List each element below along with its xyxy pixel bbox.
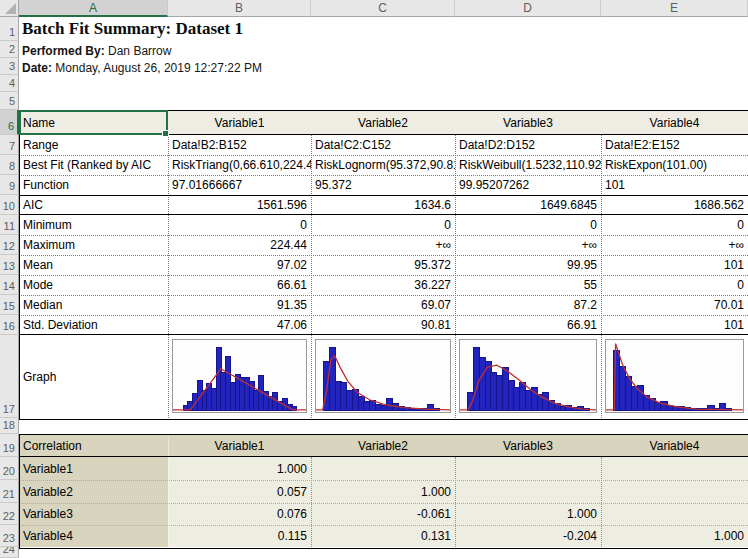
fit-row-label[interactable]: Maximum: [19, 235, 168, 255]
row-header-2[interactable]: 2: [0, 41, 19, 58]
fit-cell[interactable]: RiskTriang(0,66.610,224.44): [168, 155, 311, 175]
graph-row-label[interactable]: Graph: [19, 335, 168, 418]
row-header-12[interactable]: 12: [0, 235, 19, 255]
histogram-chart-variable2[interactable]: [315, 339, 451, 413]
row-header-10[interactable]: 10: [0, 195, 19, 215]
fit-cell[interactable]: 90.81: [311, 315, 455, 335]
fit-cell[interactable]: 99.95207262: [455, 175, 601, 195]
fit-row-label[interactable]: Mode: [19, 275, 168, 295]
row-header-5[interactable]: 5: [0, 92, 19, 110]
fit-row-label[interactable]: AIC: [19, 195, 168, 215]
row-header-19[interactable]: 19: [0, 434, 19, 457]
fit-cell[interactable]: 87.2: [455, 295, 601, 315]
fit-row-label[interactable]: Range: [19, 135, 168, 155]
row-header-20[interactable]: 20: [0, 457, 19, 480]
histogram-chart-variable4[interactable]: [605, 339, 744, 413]
correlation-cell[interactable]: [455, 480, 601, 503]
correlation-cell[interactable]: [601, 457, 748, 480]
column-header-C[interactable]: C: [311, 0, 455, 17]
fit-header-variable1[interactable]: Variable1: [168, 110, 311, 135]
column-header-E[interactable]: E: [601, 0, 748, 17]
fit-cell[interactable]: 36.227: [311, 275, 455, 295]
row-header-4[interactable]: 4: [0, 75, 19, 92]
correlation-cell[interactable]: 0.076: [168, 503, 311, 525]
correlation-row-label[interactable]: Variable1: [19, 457, 168, 480]
row-header-14[interactable]: 14: [0, 275, 19, 295]
row-header-21[interactable]: 21: [0, 480, 19, 503]
correlation-cell[interactable]: [311, 457, 455, 480]
fit-header-variable4[interactable]: Variable4: [601, 110, 748, 135]
fit-cell[interactable]: 95.372: [311, 175, 455, 195]
fit-row-label[interactable]: Minimum: [19, 215, 168, 235]
correlation-row-label[interactable]: Variable2: [19, 480, 168, 503]
fit-cell[interactable]: 55: [455, 275, 601, 295]
fit-header-variable2[interactable]: Variable2: [311, 110, 455, 135]
fill-handle[interactable]: [162, 130, 169, 137]
row-header-11[interactable]: 11: [0, 215, 19, 235]
fit-cell[interactable]: 224.44: [168, 235, 311, 255]
fit-cell[interactable]: 0: [311, 215, 455, 235]
row-header-1[interactable]: 1: [0, 17, 19, 41]
row-header-23[interactable]: 23: [0, 525, 19, 547]
fit-cell[interactable]: 47.06: [168, 315, 311, 335]
fit-row-label[interactable]: Best Fit (Ranked by AIC: [19, 155, 168, 175]
fit-cell[interactable]: +∞: [455, 235, 601, 255]
fit-cell[interactable]: +∞: [311, 235, 455, 255]
correlation-cell[interactable]: 1.000: [168, 457, 311, 480]
row-header-8[interactable]: 8: [0, 155, 19, 175]
correlation-cell[interactable]: [601, 480, 748, 503]
fit-row-label[interactable]: Median: [19, 295, 168, 315]
fit-cell[interactable]: 0: [601, 215, 748, 235]
fit-cell[interactable]: 66.91: [455, 315, 601, 335]
row-header-9[interactable]: 9: [0, 175, 19, 195]
fit-cell[interactable]: 1634.6: [311, 195, 455, 215]
column-header-A[interactable]: A: [19, 0, 168, 17]
row-header-13[interactable]: 13: [0, 255, 19, 275]
fit-cell[interactable]: 69.07: [311, 295, 455, 315]
correlation-row-label[interactable]: Variable4: [19, 525, 168, 547]
fit-cell[interactable]: RiskExpon(101.00): [601, 155, 748, 175]
correlation-cell[interactable]: 0.057: [168, 480, 311, 503]
fit-cell[interactable]: 101: [601, 255, 748, 275]
fit-cell[interactable]: 95.372: [311, 255, 455, 275]
correlation-cell[interactable]: -0.204: [455, 525, 601, 547]
row-header-7[interactable]: 7: [0, 135, 19, 155]
correlation-header-variable3[interactable]: Variable3: [455, 434, 601, 457]
fit-cell[interactable]: 99.95: [455, 255, 601, 275]
correlation-header-variable2[interactable]: Variable2: [311, 434, 455, 457]
select-all-corner[interactable]: [0, 0, 19, 17]
row-header-17[interactable]: 17: [0, 335, 19, 418]
fit-cell[interactable]: RiskLognorm(95.372,90.810: [311, 155, 455, 175]
fit-cell[interactable]: 0: [455, 215, 601, 235]
fit-cell[interactable]: 66.61: [168, 275, 311, 295]
column-header-B[interactable]: B: [168, 0, 311, 17]
correlation-header-variable1[interactable]: Variable1: [168, 434, 311, 457]
fit-cell[interactable]: 0: [601, 275, 748, 295]
row-header-3[interactable]: 3: [0, 58, 19, 75]
correlation-cell[interactable]: [455, 457, 601, 480]
correlation-cell[interactable]: 1.000: [311, 480, 455, 503]
fit-cell[interactable]: Data!C2:C152: [311, 135, 455, 155]
column-header-D[interactable]: D: [455, 0, 601, 17]
fit-cell[interactable]: Data!B2:B152: [168, 135, 311, 155]
fit-cell[interactable]: 1561.596: [168, 195, 311, 215]
row-header-22[interactable]: 22: [0, 503, 19, 525]
fit-cell[interactable]: 97.02: [168, 255, 311, 275]
fit-cell[interactable]: 1686.562: [601, 195, 748, 215]
fit-header-variable3[interactable]: Variable3: [455, 110, 601, 135]
fit-cell[interactable]: 70.01: [601, 295, 748, 315]
fit-cell[interactable]: 91.35: [168, 295, 311, 315]
row-header-6[interactable]: 6: [0, 110, 19, 135]
correlation-cell[interactable]: [601, 503, 748, 525]
fit-row-label[interactable]: Function: [19, 175, 168, 195]
correlation-cell[interactable]: 1.000: [601, 525, 748, 547]
correlation-header-variable4[interactable]: Variable4: [601, 434, 748, 457]
correlation-cell[interactable]: -0.061: [311, 503, 455, 525]
fit-row-label[interactable]: Mean: [19, 255, 168, 275]
fit-cell[interactable]: 101: [601, 315, 748, 335]
row-header-16[interactable]: 16: [0, 315, 19, 335]
fit-cell[interactable]: 0: [168, 215, 311, 235]
fit-row-label[interactable]: Std. Deviation: [19, 315, 168, 335]
row-header-24[interactable]: 24: [0, 547, 19, 558]
correlation-cell[interactable]: 0.115: [168, 525, 311, 547]
